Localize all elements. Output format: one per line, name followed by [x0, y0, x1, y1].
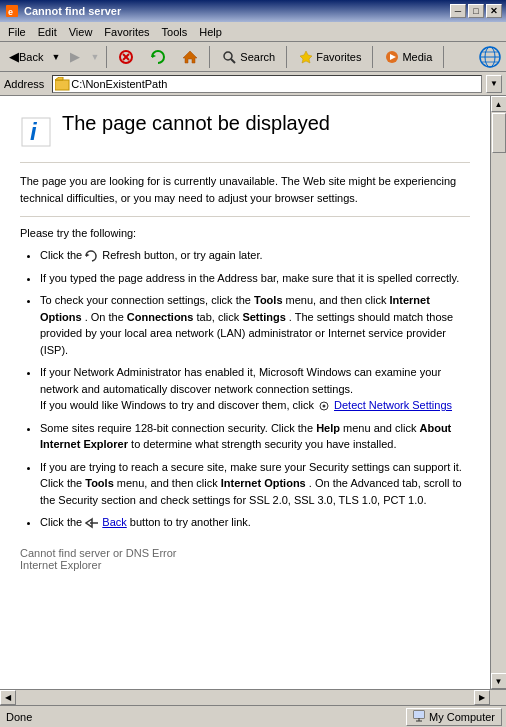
ie-logo-icon — [478, 45, 502, 69]
horizontal-scrollbar: ◀ ▶ — [0, 689, 506, 705]
detect-network-icon — [317, 400, 331, 412]
page-header: i The page cannot be displayed — [20, 112, 470, 148]
scroll-left-button[interactable]: ◀ — [0, 690, 16, 705]
maximize-button[interactable]: □ — [468, 4, 484, 18]
address-label: Address — [4, 78, 48, 90]
status-bar: Done My Computer — [0, 705, 506, 727]
my-computer-label: My Computer — [429, 711, 495, 723]
menu-help[interactable]: Help — [193, 24, 228, 40]
svg-marker-18 — [55, 77, 63, 80]
svg-rect-27 — [414, 711, 424, 718]
menu-bar: File Edit View Favorites Tools Help — [0, 22, 506, 42]
back-small-icon — [85, 517, 99, 529]
footer-line-1: Cannot find server or DNS Error — [20, 547, 470, 559]
content-area: i The page cannot be displayed The page … — [0, 96, 506, 689]
svg-marker-21 — [86, 254, 90, 258]
media-label: Media — [402, 51, 432, 63]
page-title: The page cannot be displayed — [62, 112, 330, 135]
favorites-button[interactable]: Favorites — [291, 45, 368, 69]
scroll-right-button[interactable]: ▶ — [474, 690, 490, 705]
list-item: To check your connection settings, click… — [40, 292, 470, 358]
svg-point-23 — [322, 405, 325, 408]
svg-rect-17 — [55, 80, 69, 90]
window-icon: e — [4, 3, 20, 19]
address-input[interactable] — [71, 78, 479, 90]
forward-button[interactable]: ▶ — [65, 45, 85, 69]
refresh-small-icon — [85, 250, 99, 262]
menu-edit[interactable]: Edit — [32, 24, 63, 40]
detect-network-link[interactable]: Detect Network Settings — [334, 399, 452, 411]
list-item: Click the Refresh button, or try again l… — [40, 247, 470, 264]
list-item: If your Network Administrator has enable… — [40, 364, 470, 414]
header-divider — [20, 162, 470, 163]
ie-logo-area — [478, 45, 502, 69]
menu-favorites[interactable]: Favorites — [98, 24, 155, 40]
list-item: Click the Back button to try another lin… — [40, 514, 470, 531]
footer-line-2: Internet Explorer — [20, 559, 470, 571]
menu-view[interactable]: View — [63, 24, 99, 40]
my-computer-indicator: My Computer — [406, 708, 502, 726]
list-item: If you are trying to reach a secure site… — [40, 459, 470, 509]
toolbar-separator-2 — [209, 46, 210, 68]
back-label: Back — [19, 51, 43, 63]
title-bar: e Cannot find server ─ □ ✕ — [0, 0, 506, 22]
scroll-track[interactable] — [491, 112, 506, 673]
menu-tools[interactable]: Tools — [156, 24, 194, 40]
menu-file[interactable]: File — [2, 24, 32, 40]
svg-marker-6 — [183, 51, 197, 63]
close-button[interactable]: ✕ — [486, 4, 502, 18]
title-buttons: ─ □ ✕ — [450, 4, 502, 18]
svg-text:e: e — [8, 7, 13, 17]
address-bar: Address ▼ — [0, 72, 506, 96]
svg-marker-5 — [152, 54, 156, 58]
info-icon: i — [20, 116, 52, 148]
back-dropdown[interactable]: ▼ — [48, 45, 63, 69]
page-content: i The page cannot be displayed The page … — [0, 96, 490, 689]
section-divider — [20, 216, 470, 217]
minimize-button[interactable]: ─ — [450, 4, 466, 18]
address-input-wrap — [52, 75, 482, 93]
hscroll-track[interactable] — [16, 690, 474, 705]
address-dropdown-button[interactable]: ▼ — [486, 75, 502, 93]
vertical-scrollbar: ▲ ▼ — [490, 96, 506, 689]
svg-line-8 — [231, 59, 235, 63]
refresh-button[interactable] — [143, 45, 173, 69]
scroll-up-button[interactable]: ▲ — [491, 96, 507, 112]
scroll-down-button[interactable]: ▼ — [491, 673, 507, 689]
toolbar-separator-1 — [106, 46, 107, 68]
error-footer: Cannot find server or DNS Error Internet… — [20, 547, 470, 571]
instructions-list: Click the Refresh button, or try again l… — [40, 247, 470, 531]
toolbar-separator-5 — [443, 46, 444, 68]
back-link[interactable]: Back — [102, 516, 126, 528]
scroll-thumb[interactable] — [492, 113, 506, 153]
list-item: Some sites require 128-bit connection se… — [40, 420, 470, 453]
search-button[interactable]: Search — [214, 45, 282, 69]
computer-icon — [413, 710, 427, 724]
media-button[interactable]: Media — [377, 45, 439, 69]
window-title: Cannot find server — [24, 5, 121, 17]
back-button[interactable]: ◀ Back — [4, 45, 48, 69]
forward-dropdown[interactable]: ▼ — [87, 45, 102, 69]
list-item: If you typed the page address in the Add… — [40, 270, 470, 287]
home-button[interactable] — [175, 45, 205, 69]
svg-point-7 — [224, 52, 232, 60]
toolbar-separator-3 — [286, 46, 287, 68]
favorites-label: Favorites — [316, 51, 361, 63]
svg-marker-9 — [300, 51, 312, 63]
status-text: Done — [4, 711, 32, 723]
intro-text: The page you are looking for is currentl… — [20, 173, 470, 206]
try-heading: Please try the following: — [20, 227, 470, 239]
stop-button[interactable] — [111, 45, 141, 69]
folder-icon — [55, 77, 71, 91]
toolbar: ◀ Back ▼ ▶ ▼ Search Favorites Media — [0, 42, 506, 72]
search-label: Search — [240, 51, 275, 63]
scrollbar-corner — [490, 690, 506, 706]
toolbar-separator-4 — [372, 46, 373, 68]
